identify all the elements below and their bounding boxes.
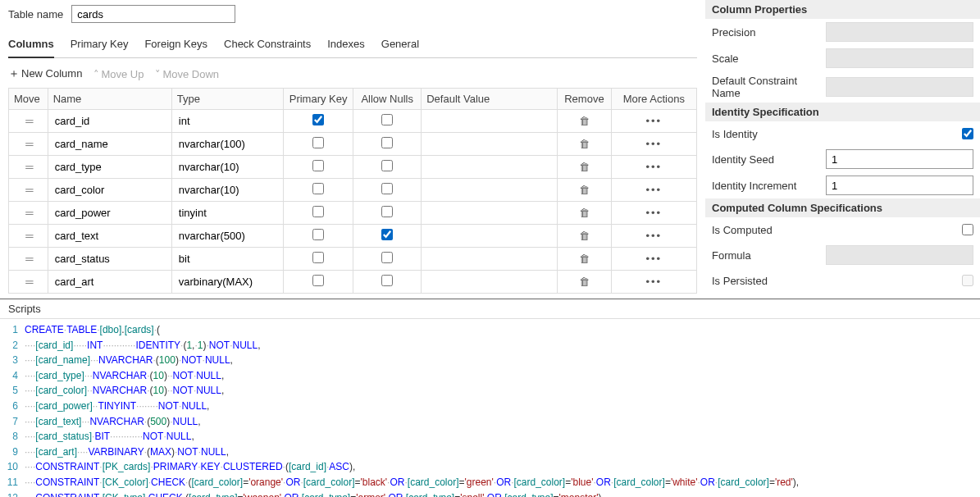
trash-icon[interactable]: 🗑 bbox=[579, 161, 590, 173]
column-name-input[interactable] bbox=[53, 274, 166, 290]
column-type-input[interactable] bbox=[177, 182, 278, 198]
tab-indexes[interactable]: Indexes bbox=[327, 34, 365, 57]
allow-nulls-checkbox[interactable] bbox=[381, 137, 393, 148]
allow-nulls-checkbox[interactable] bbox=[381, 275, 393, 286]
trash-icon[interactable]: 🗑 bbox=[579, 207, 590, 219]
column-name-input[interactable] bbox=[53, 159, 166, 175]
table-row: ═🗑••• bbox=[9, 271, 697, 294]
column-name-input[interactable] bbox=[53, 113, 166, 129]
column-name-input[interactable] bbox=[53, 136, 166, 152]
scale-input bbox=[826, 48, 973, 68]
drag-handle-icon[interactable]: ═ bbox=[9, 110, 48, 133]
tab-bar: ColumnsPrimary KeyForeign KeysCheck Cons… bbox=[8, 34, 697, 58]
col-header-pk: Primary Key bbox=[284, 89, 353, 110]
column-type-input[interactable] bbox=[177, 159, 278, 175]
primary-key-checkbox[interactable] bbox=[312, 137, 324, 148]
default-value-input[interactable] bbox=[426, 228, 552, 244]
column-type-input[interactable] bbox=[177, 113, 278, 129]
default-value-input[interactable] bbox=[426, 274, 552, 290]
column-type-input[interactable] bbox=[177, 228, 278, 244]
drag-handle-icon[interactable]: ═ bbox=[9, 156, 48, 179]
primary-key-checkbox[interactable] bbox=[312, 160, 324, 171]
default-value-input[interactable] bbox=[426, 182, 552, 198]
more-actions-button[interactable]: ••• bbox=[645, 230, 662, 242]
primary-key-checkbox[interactable] bbox=[312, 275, 324, 286]
more-actions-button[interactable]: ••• bbox=[645, 161, 662, 173]
primary-key-checkbox[interactable] bbox=[312, 183, 324, 194]
trash-icon[interactable]: 🗑 bbox=[579, 230, 590, 242]
allow-nulls-checkbox[interactable] bbox=[381, 229, 393, 240]
precision-label: Precision bbox=[712, 26, 821, 39]
table-row: ═🗑••• bbox=[9, 179, 697, 202]
move-up-button[interactable]: ˄Move Up bbox=[93, 68, 144, 80]
allow-nulls-checkbox[interactable] bbox=[381, 206, 393, 217]
identity-increment-label: Identity Increment bbox=[712, 180, 821, 192]
is-identity-label: Is Identity bbox=[712, 128, 957, 140]
column-type-input[interactable] bbox=[177, 274, 278, 290]
computed-title: Computed Column Specifications bbox=[705, 198, 980, 217]
tab-foreign-keys[interactable]: Foreign Keys bbox=[144, 34, 207, 57]
column-name-input[interactable] bbox=[53, 205, 166, 221]
precision-input bbox=[826, 22, 973, 42]
is-computed-checkbox[interactable] bbox=[962, 224, 973, 235]
default-value-input[interactable] bbox=[426, 251, 552, 267]
more-actions-button[interactable]: ••• bbox=[645, 253, 662, 265]
column-type-input[interactable] bbox=[177, 251, 278, 267]
drag-handle-icon[interactable]: ═ bbox=[9, 248, 48, 271]
col-header-remove: Remove bbox=[558, 89, 611, 110]
primary-key-checkbox[interactable] bbox=[312, 252, 324, 263]
more-actions-button[interactable]: ••• bbox=[645, 184, 662, 196]
is-persisted-label: Is Persisted bbox=[712, 275, 957, 287]
identity-increment-input[interactable] bbox=[826, 176, 973, 195]
trash-icon[interactable]: 🗑 bbox=[579, 138, 590, 150]
trash-icon[interactable]: 🗑 bbox=[579, 253, 590, 265]
tab-check-constraints[interactable]: Check Constraints bbox=[224, 34, 311, 57]
trash-icon[interactable]: 🗑 bbox=[579, 115, 590, 127]
tab-columns[interactable]: Columns bbox=[8, 34, 54, 58]
allow-nulls-checkbox[interactable] bbox=[381, 252, 393, 263]
default-constraint-input bbox=[826, 77, 973, 97]
more-actions-button[interactable]: ••• bbox=[645, 276, 662, 288]
trash-icon[interactable]: 🗑 bbox=[579, 276, 590, 288]
new-column-button[interactable]: ＋New Column bbox=[8, 66, 82, 81]
drag-handle-icon[interactable]: ═ bbox=[9, 133, 48, 156]
more-actions-button[interactable]: ••• bbox=[645, 207, 662, 219]
col-header-more: More Actions bbox=[611, 89, 696, 110]
is-identity-checkbox[interactable] bbox=[962, 128, 973, 139]
primary-key-checkbox[interactable] bbox=[312, 114, 324, 125]
more-actions-button[interactable]: ••• bbox=[645, 138, 662, 150]
tab-primary-key[interactable]: Primary Key bbox=[71, 34, 129, 57]
move-down-button[interactable]: ˅Move Down bbox=[155, 68, 219, 80]
primary-key-checkbox[interactable] bbox=[312, 229, 324, 240]
is-computed-label: Is Computed bbox=[712, 224, 957, 236]
col-header-default: Default Value bbox=[422, 89, 558, 110]
column-name-input[interactable] bbox=[53, 228, 166, 244]
drag-handle-icon[interactable]: ═ bbox=[9, 179, 48, 202]
default-value-input[interactable] bbox=[426, 113, 552, 129]
scale-label: Scale bbox=[712, 52, 821, 65]
column-type-input[interactable] bbox=[177, 136, 278, 152]
drag-handle-icon[interactable]: ═ bbox=[9, 271, 48, 294]
identity-seed-input[interactable] bbox=[826, 149, 973, 169]
drag-handle-icon[interactable]: ═ bbox=[9, 225, 48, 248]
allow-nulls-checkbox[interactable] bbox=[381, 183, 393, 194]
drag-handle-icon[interactable]: ═ bbox=[9, 202, 48, 225]
allow-nulls-checkbox[interactable] bbox=[381, 160, 393, 171]
table-row: ═🗑••• bbox=[9, 202, 697, 225]
column-name-input[interactable] bbox=[53, 182, 166, 198]
default-value-input[interactable] bbox=[426, 136, 552, 152]
column-name-input[interactable] bbox=[53, 251, 166, 267]
default-value-input[interactable] bbox=[426, 159, 552, 175]
default-value-input[interactable] bbox=[426, 205, 552, 221]
column-type-input[interactable] bbox=[177, 205, 278, 221]
tab-general[interactable]: General bbox=[381, 34, 419, 57]
table-row: ═🗑••• bbox=[9, 133, 697, 156]
trash-icon[interactable]: 🗑 bbox=[579, 184, 590, 196]
table-name-label: Table name bbox=[8, 8, 63, 21]
col-header-move: Move bbox=[9, 89, 48, 110]
table-name-input[interactable] bbox=[71, 5, 235, 23]
allow-nulls-checkbox[interactable] bbox=[381, 114, 393, 125]
script-editor[interactable]: 1CREATE·TABLE·[dbo].[cards]·(2····[card_… bbox=[0, 319, 980, 497]
primary-key-checkbox[interactable] bbox=[312, 206, 324, 217]
more-actions-button[interactable]: ••• bbox=[645, 115, 662, 127]
